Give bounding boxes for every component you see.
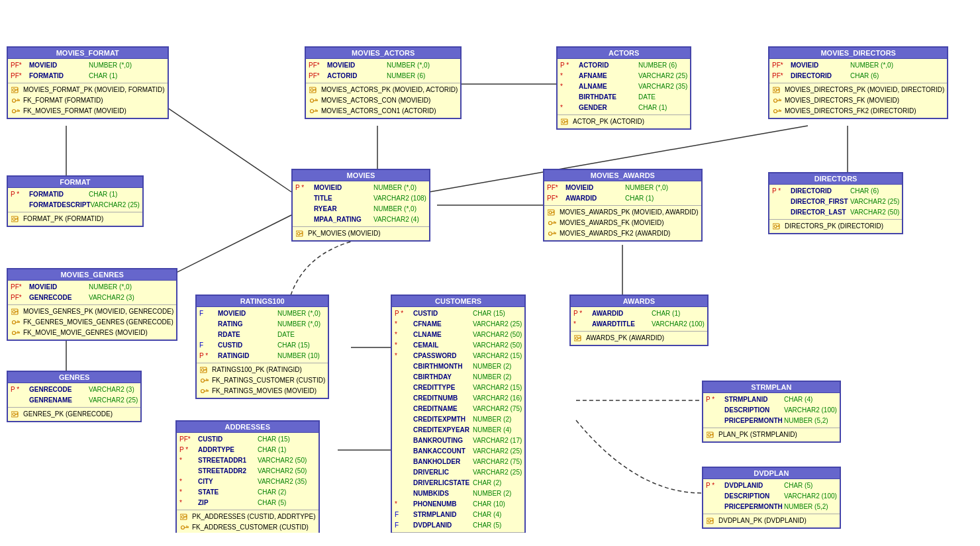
table-body-addresses: PF*CUSTIDCHAR (15)P *ADDRTYPECHAR (1)*ST…	[177, 433, 318, 533]
col-name: ADDRTYPE	[198, 445, 258, 455]
col-name: GENRECODE	[29, 293, 89, 302]
table-divider	[197, 363, 328, 363]
index-row: MOVIES_GENRES_PK (MOVIEID, GENRECODE)	[8, 306, 176, 317]
index-row: FK_MOVIE_MOVIE_GENRES (MOVIEID)	[8, 328, 176, 338]
fk-icon	[309, 107, 319, 115]
svg-point-52	[774, 110, 777, 113]
index-row: MOVIES_DIRECTORS_FK (MOVIEID)	[769, 95, 947, 106]
table-row: FCUSTIDCHAR (15)	[197, 340, 328, 351]
index-label: FK_ADDRESS_CUSTOMER (CUSTID)	[192, 523, 309, 532]
col-key: P *	[706, 481, 724, 490]
col-key: *	[395, 500, 413, 509]
svg-point-84	[13, 332, 16, 335]
table-row: P *STRMPLANIDCHAR (4)	[703, 394, 840, 405]
pk-icon	[547, 208, 558, 216]
col-name: ACTORID	[579, 61, 638, 70]
svg-point-48	[774, 99, 777, 103]
table-header-format: FORMAT	[8, 177, 142, 188]
index-label: FK_MOVIES_FORMAT (MOVIEID)	[23, 107, 126, 116]
index-label: MOVIES_FORMAT_PK (MOVIEID, FORMATID)	[23, 85, 165, 95]
svg-point-77	[13, 310, 15, 313]
col-name: STREETADDR1	[198, 456, 258, 465]
table-row: *AFNAMEVARCHAR2 (25)	[558, 71, 690, 81]
col-type: CHAR (6)	[850, 187, 879, 196]
col-key: PF*	[547, 194, 565, 203]
col-name: MOVIEID	[314, 183, 373, 193]
table-header-actors: ACTORS	[558, 48, 690, 59]
svg-point-96	[201, 379, 205, 383]
col-key: P *	[772, 187, 791, 196]
col-name: CUSTID	[218, 341, 277, 350]
col-type: CHAR (5)	[784, 481, 812, 490]
col-name: MOVIEID	[327, 61, 387, 70]
table-row: P *ACTORIDNUMBER (6)	[558, 60, 690, 71]
col-type: VARCHAR2 (25)	[91, 201, 140, 210]
table-body-movies: P *MOVIEIDNUMBER (*,0)TITLEVARCHAR2 (108…	[293, 181, 429, 240]
fk-icon	[547, 219, 558, 227]
index-row: MOVIES_AWARDS_FK (MOVIEID)	[544, 218, 701, 228]
col-name: GENDER	[579, 103, 638, 113]
fk-icon	[11, 107, 21, 115]
col-type: VARCHAR2 (25)	[473, 447, 522, 456]
table-body-directors: P *DIRECTORIDCHAR (6)DIRECTOR_FIRSTVARCH…	[769, 185, 902, 233]
col-name: RDATE	[218, 330, 277, 340]
col-key: *	[560, 82, 579, 91]
index-row: MOVIES_FORMAT_PK (MOVIEID, FORMATID)	[8, 85, 168, 95]
col-type: CHAR (2)	[258, 488, 286, 497]
col-name: DESCRIPTION	[724, 406, 784, 415]
col-name: CLNAME	[413, 330, 473, 340]
table-divider	[703, 514, 840, 514]
col-name: STATE	[198, 488, 258, 497]
col-type: NUMBER (5,2)	[784, 502, 828, 512]
svg-point-13	[13, 89, 15, 91]
table-row: BANKHOLDERVARCHAR2 (75)	[392, 457, 524, 467]
col-type: VARCHAR2 (50)	[473, 341, 522, 350]
pk-icon	[560, 118, 571, 126]
col-type: VARCHAR2 (50)	[850, 208, 899, 217]
table-body-format: P *FORMATIDCHAR (1)FORMATDESCRIPTVARCHAR…	[8, 188, 142, 226]
col-type: NUMBER (*,0)	[89, 61, 132, 70]
svg-point-20	[13, 110, 16, 113]
col-type: VARCHAR2 (25)	[850, 197, 899, 206]
index-label: MOVIES_DIRECTORS_FK (MOVIEID)	[785, 96, 899, 105]
index-row: GENRES_PK (GENRECODE)	[8, 409, 140, 420]
table-actors: ACTORSP *ACTORIDNUMBER (6)*AFNAMEVARCHAR…	[556, 46, 691, 130]
col-type: CHAR (15)	[473, 309, 505, 318]
table-row: P *DVDPLANIDCHAR (5)	[703, 480, 840, 491]
table-row: PF*CUSTIDCHAR (15)	[177, 434, 318, 445]
pk-icon	[295, 230, 306, 238]
col-name: PHONENUMB	[413, 500, 473, 509]
table-row: DRIVERLICSTATECHAR (2)	[392, 478, 524, 488]
table-directors: DIRECTORSP *DIRECTORIDCHAR (6)DIRECTOR_F…	[768, 172, 903, 234]
col-name: AWARDTITLE	[592, 320, 652, 329]
table-divider	[392, 532, 524, 533]
table-divider	[8, 83, 168, 83]
table-strmplan: STRMPLANP *STRMPLANIDCHAR (4)DESCRIPTION…	[702, 381, 841, 443]
col-type: VARCHAR2 (35)	[258, 477, 307, 486]
index-label: MOVIES_ACTORS_CON1 (ACTORID)	[321, 107, 436, 116]
index-row: ACTOR_PK (ACTORID)	[558, 116, 690, 127]
col-name: RATING	[218, 320, 277, 329]
col-name: MPAA_RATING	[314, 215, 373, 224]
table-row: *CFNAMEVARCHAR2 (25)	[392, 319, 524, 330]
table-divider	[558, 114, 690, 115]
table-header-ratings100: RATINGS100	[197, 296, 328, 307]
table-body-movies_directors: PF*MOVIEIDNUMBER (*,0)PF*DIRECTORIDCHAR …	[769, 59, 947, 118]
table-row: *CEMAILVARCHAR2 (50)	[392, 340, 524, 351]
col-type: NUMBER (*,0)	[277, 309, 320, 318]
col-name: CREDITEXPMTH	[413, 415, 473, 424]
col-key: PF*	[11, 71, 29, 81]
table-row: PRICEPERMONTHNUMBER (5,2)	[703, 416, 840, 426]
col-key: P *	[706, 395, 724, 404]
index-label: RATINGS100_PK (RATINGID)	[212, 365, 302, 375]
col-name: GENRENAME	[29, 396, 89, 405]
col-name: MOVIEID	[29, 283, 89, 292]
col-name: BIRTHDATE	[579, 93, 638, 102]
table-header-directors: DIRECTORS	[769, 173, 902, 185]
col-type: CHAR (10)	[473, 500, 505, 509]
table-body-movies_format: PF*MOVIEIDNUMBER (*,0)PF*FORMATIDCHAR (1…	[8, 59, 168, 118]
table-row: DESCRIPTIONVARCHAR2 (100)	[703, 491, 840, 502]
col-type: CHAR (1)	[89, 190, 117, 199]
col-name: DIRECTORID	[791, 71, 850, 81]
table-body-ratings100: FMOVIEIDNUMBER (*,0)RATINGNUMBER (*,0)RD…	[197, 307, 328, 398]
